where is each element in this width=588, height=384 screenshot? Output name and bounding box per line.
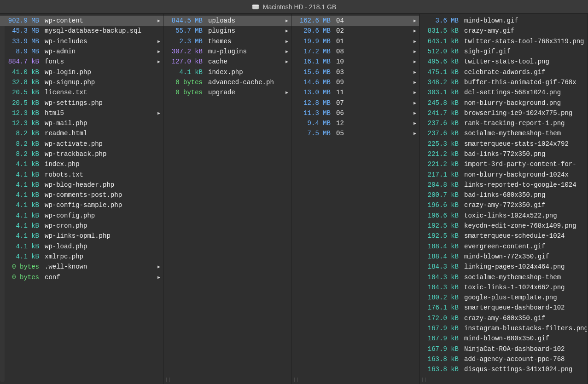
file-row[interactable]: 196.6 kBtoxic-links-1024x522.png: [419, 211, 588, 221]
folder-row[interactable]: 20.6 MB02▶: [291, 26, 419, 36]
file-row[interactable]: 200.7 kBbad-links-680x350.png: [419, 190, 588, 200]
folder-row[interactable]: 0 bytes.well-known▶: [0, 262, 163, 272]
file-row[interactable]: 237.6 kBsocialme-mythemeshop-them: [419, 128, 588, 138]
file-row[interactable]: 4.1 kBwp-load.php: [0, 241, 163, 252]
column-4[interactable]: || 3.6 MBmind-blown.gif831.5 kBcrazy-amy…: [419, 14, 588, 384]
file-row[interactable]: 8.2 kBwp-activate.php: [0, 139, 163, 149]
file-row[interactable]: 0 bytesadvanced-cache.ph: [163, 77, 291, 87]
file-row[interactable]: 176.1 kBsmarterqueue-dashboard-102: [419, 303, 588, 313]
hard-drive-icon: [252, 4, 259, 10]
file-row[interactable]: 163.8 kBadd-agency-account-ppc-768: [419, 354, 588, 364]
file-row[interactable]: 643.1 kBtwitter-stats-tool-768x3119.png: [419, 36, 588, 46]
folder-row[interactable]: 7.5 MB05▶: [291, 128, 419, 138]
column-resize-handle[interactable]: ||: [421, 378, 427, 382]
folder-row[interactable]: 884.7 kBfonts▶: [0, 57, 163, 67]
file-row[interactable]: 192.5 kBkeycdn-edit-zone-768x1409.png: [419, 221, 588, 231]
file-row[interactable]: 4.1 kBwp-blog-header.php: [0, 180, 163, 190]
file-row[interactable]: 3.6 MBmind-blown.gif: [419, 16, 588, 26]
file-row[interactable]: 180.2 kBgoogle-plus-template.png: [419, 292, 588, 303]
folder-row[interactable]: 55.7 MBplugins▶: [163, 26, 291, 36]
folder-row[interactable]: 2.3 MBthemes▶: [163, 36, 291, 46]
folder-row[interactable]: 15.6 MB03▶: [291, 67, 419, 77]
folder-row[interactable]: 19.9 MB01▶: [291, 36, 419, 46]
file-row[interactable]: 4.1 kBwp-cron.php: [0, 221, 163, 231]
folder-row[interactable]: 8.9 MBwp-admin▶: [0, 46, 163, 57]
window-titlebar[interactable]: Macintosh HD - 218.1 GB: [0, 0, 588, 14]
file-row[interactable]: 45.3 MBmysql-database-backup.sql: [0, 26, 163, 36]
folder-row[interactable]: 16.1 MB10▶: [291, 57, 419, 67]
file-row[interactable]: 4.1 kBwp-config.php: [0, 211, 163, 221]
file-row[interactable]: 4.1 kBxmlrpc.php: [0, 252, 163, 262]
file-row[interactable]: 12.3 kBwp-mail.php: [0, 118, 163, 128]
file-row[interactable]: 217.1 kBnon-blurry-background-1024x: [419, 169, 588, 179]
file-row[interactable]: 184.3 kBtoxic-links-1-1024x662.png: [419, 282, 588, 292]
folder-row[interactable]: 844.5 MBuploads▶: [163, 16, 291, 26]
file-row[interactable]: 475.1 kBcelebrate-adwords.gif: [419, 67, 588, 77]
file-row[interactable]: 204.8 kBlinks-reported-to-google-1024: [419, 180, 588, 190]
file-row[interactable]: 221.2 kBbad-links-772x350.png: [419, 149, 588, 159]
folder-row[interactable]: 0 bytesconf▶: [0, 272, 163, 282]
file-row[interactable]: 167.9 kBNinjaCat-ROA-dashboard-102: [419, 344, 588, 354]
file-row[interactable]: 188.4 kBevergreen-content.gif: [419, 241, 588, 252]
file-name: 02: [336, 27, 412, 34]
folder-row[interactable]: 902.9 MBwp-content▶: [0, 16, 163, 26]
file-row[interactable]: 221.2 kBimport-3rd-party-content-for-: [419, 159, 588, 169]
folder-row[interactable]: 14.6 MB09▶: [291, 77, 419, 87]
file-row[interactable]: 4.1 kBrobots.txt: [0, 169, 163, 179]
folder-row[interactable]: 13.0 MB11▶: [291, 87, 419, 97]
file-row[interactable]: 192.5 kBsmarterqueue-schedule-1024: [419, 231, 588, 241]
file-row[interactable]: 163.8 kBdisqus-settings-341x1024.png: [419, 364, 588, 374]
column-3[interactable]: || 162.6 MB04▶20.6 MB02▶19.9 MB01▶17.2 M…: [291, 14, 419, 384]
disclosure-arrow-icon: ▶: [156, 264, 162, 269]
file-row[interactable]: 4.1 kBindex.php: [163, 67, 291, 77]
file-row[interactable]: 8.2 kBreadme.html: [0, 128, 163, 138]
file-row[interactable]: 184.3 kBlinking-pages-1024x464.png: [419, 262, 588, 272]
file-row[interactable]: 167.9 kBmind-blown-680x350.gif: [419, 333, 588, 344]
file-row[interactable]: 172.0 kBcrazy-amy-680x350.gif: [419, 313, 588, 323]
file-row[interactable]: 167.9 kBinstagram-bluestacks-filters.png: [419, 323, 588, 333]
file-row[interactable]: 245.8 kBnon-blurry-background.png: [419, 97, 588, 108]
file-row[interactable]: 196.6 kBcrazy-amy-772x350.gif: [419, 200, 588, 210]
folder-row[interactable]: 11.3 MB06▶: [291, 108, 419, 118]
folder-row[interactable]: 33.9 MBwp-includes▶: [0, 36, 163, 46]
file-name: 03: [336, 69, 412, 76]
file-row[interactable]: 41.0 kBwp-login.php: [0, 67, 163, 77]
column-resize-handle[interactable]: ||: [165, 378, 171, 382]
file-row[interactable]: 512.0 kBsigh-gif.gif: [419, 46, 588, 57]
folder-row[interactable]: 127.0 kBcache▶: [163, 57, 291, 67]
file-row[interactable]: 4.1 kBwp-links-opml.php: [0, 231, 163, 241]
folder-row[interactable]: 17.2 MB08▶: [291, 46, 419, 57]
file-row[interactable]: 184.3 kBsocialme-mythemeshop-them: [419, 272, 588, 282]
file-row[interactable]: 225.3 kBsmarterqueue-stats-1024x792: [419, 139, 588, 149]
file-row[interactable]: 4.1 kBwp-comments-post.php: [0, 190, 163, 200]
file-row[interactable]: 4.1 kBindex.php: [0, 159, 163, 169]
file-row[interactable]: 495.6 kBtwitter-stats-tool.png: [419, 57, 588, 67]
file-row[interactable]: 8.2 kBwp-trackback.php: [0, 149, 163, 159]
column-resize-handle[interactable]: ||: [293, 378, 299, 382]
file-row[interactable]: 32.8 kBwp-signup.php: [0, 77, 163, 87]
file-size: 245.8 kB: [425, 99, 464, 107]
file-row[interactable]: 20.5 kBwp-settings.php: [0, 97, 163, 108]
folder-row[interactable]: 307.2 kBmu-plugins▶: [163, 46, 291, 57]
folder-row[interactable]: 162.6 MB04▶: [291, 16, 419, 26]
file-row[interactable]: 188.4 kBmind-blown-772x350.gif: [419, 252, 588, 262]
file-name: crazy-amy-680x350.gif: [464, 315, 587, 322]
file-row[interactable]: 831.5 kBcrazy-amy.gif: [419, 26, 588, 36]
file-row[interactable]: 4.1 kBwp-config-sample.php: [0, 200, 163, 210]
file-name: socialme-mythemeshop-them: [464, 274, 587, 281]
file-name: twitter-stats-tool.png: [464, 58, 587, 65]
file-row[interactable]: 348.2 kBbuffer-this-animated-gif-768x: [419, 77, 588, 87]
file-name: sigh-gif.gif: [464, 48, 587, 55]
file-row[interactable]: 241.7 kBbrowserling-ie9-1024x775.png: [419, 108, 588, 118]
column-2[interactable]: || 844.5 MBuploads▶55.7 MBplugins▶2.3 MB…: [163, 14, 291, 384]
folder-row[interactable]: 0 bytesupgrade▶: [163, 87, 291, 97]
folder-row[interactable]: 12.3 kBhtml5▶: [0, 108, 163, 118]
column-1[interactable]: 902.9 MBwp-content▶45.3 MBmysql-database…: [0, 14, 163, 384]
file-size: 16.1 MB: [297, 58, 336, 65]
folder-row[interactable]: 12.8 MB07▶: [291, 97, 419, 108]
file-row[interactable]: 237.6 kBrank-tracking-report-1.png: [419, 118, 588, 128]
file-row[interactable]: 20.5 kBlicense.txt: [0, 87, 163, 97]
file-row[interactable]: 303.1 kBdcl-settings-568x1024.png: [419, 87, 588, 97]
folder-row[interactable]: 9.4 MB12▶: [291, 118, 419, 128]
disclosure-arrow-icon: ▶: [412, 120, 418, 126]
